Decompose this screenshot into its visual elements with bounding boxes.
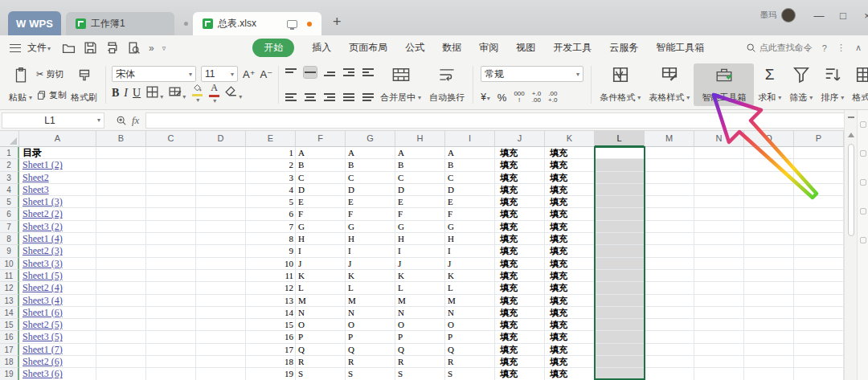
- cell-L2[interactable]: [595, 159, 645, 171]
- column-header-G[interactable]: G: [346, 131, 395, 147]
- cell-C17[interactable]: [146, 344, 196, 356]
- cut-button[interactable]: ✂剪切: [36, 68, 67, 80]
- cell-P2[interactable]: [794, 159, 844, 171]
- sidebar-icon[interactable]: [860, 179, 866, 186]
- open-folder-icon[interactable]: [62, 41, 76, 55]
- cell-J14[interactable]: 填充: [495, 307, 545, 319]
- cell-H10[interactable]: J: [395, 258, 445, 270]
- cell-D14[interactable]: [196, 307, 246, 319]
- cell-F1[interactable]: A: [296, 147, 346, 159]
- cell-J4[interactable]: 填充: [495, 184, 545, 196]
- cell-J18[interactable]: 填充: [495, 356, 545, 368]
- cell-K13[interactable]: 填充: [545, 295, 595, 307]
- zoom-formula-icon[interactable]: [116, 115, 127, 126]
- cell-B16[interactable]: [96, 331, 146, 343]
- cell-O13[interactable]: [744, 295, 794, 307]
- cell-G8[interactable]: H: [346, 233, 395, 245]
- row-header-10[interactable]: 10: [0, 258, 19, 270]
- cell-M15[interactable]: [645, 319, 694, 331]
- cell-B5[interactable]: [96, 196, 146, 208]
- cell-M2[interactable]: [645, 159, 694, 171]
- cell-P8[interactable]: [794, 233, 844, 245]
- cell-B14[interactable]: [96, 307, 146, 319]
- decrease-indent-button[interactable]: [342, 67, 355, 78]
- cell-G5[interactable]: E: [346, 196, 395, 208]
- cell-C16[interactable]: [146, 331, 196, 343]
- cell-J1[interactable]: 填充: [495, 147, 545, 159]
- row-header-16[interactable]: 16: [0, 331, 19, 343]
- cell-J17[interactable]: 填充: [495, 344, 545, 356]
- cell-E18[interactable]: 18: [246, 356, 296, 368]
- maximize-button[interactable]: □: [831, 10, 855, 22]
- cell-M8[interactable]: [645, 233, 694, 245]
- cell-I16[interactable]: P: [445, 331, 495, 343]
- cell-M6[interactable]: [645, 208, 694, 220]
- minimize-button[interactable]: —: [807, 10, 831, 22]
- cell-K16[interactable]: 填充: [545, 331, 595, 343]
- cell-C10[interactable]: [146, 258, 196, 270]
- cell-B8[interactable]: [96, 233, 146, 245]
- cell-B12[interactable]: [96, 282, 146, 294]
- cell-F12[interactable]: L: [296, 282, 346, 294]
- cell-O18[interactable]: [744, 356, 794, 368]
- cell-G18[interactable]: R: [346, 356, 395, 368]
- cell-K7[interactable]: 填充: [545, 221, 595, 233]
- cell-B2[interactable]: [96, 159, 146, 171]
- cell-M3[interactable]: [645, 172, 694, 184]
- grow-font-button[interactable]: A⁺: [243, 68, 256, 80]
- row-header-17[interactable]: 17: [0, 344, 19, 356]
- ribbon-tab-云服务[interactable]: 云服务: [609, 41, 638, 55]
- percent-format-button[interactable]: %: [497, 92, 507, 104]
- bold-button[interactable]: B: [112, 87, 119, 100]
- cell-H12[interactable]: L: [395, 282, 445, 294]
- cell-N9[interactable]: [694, 245, 744, 257]
- cell-O16[interactable]: [744, 331, 794, 343]
- cell-G9[interactable]: I: [346, 245, 395, 257]
- file-menu[interactable]: 文件: [27, 41, 51, 55]
- collapse-ribbon-icon[interactable]: ∧: [855, 43, 862, 53]
- cell-G1[interactable]: A: [346, 147, 395, 159]
- cell-B3[interactable]: [96, 172, 146, 184]
- column-header-E[interactable]: E: [246, 131, 296, 147]
- cell-F6[interactable]: F: [296, 208, 346, 220]
- merge-center-button[interactable]: 合并居中: [376, 63, 425, 106]
- ribbon-tab-智能工具箱[interactable]: 智能工具箱: [656, 41, 704, 55]
- cell-G17[interactable]: Q: [346, 344, 395, 356]
- cell-O14[interactable]: [744, 307, 794, 319]
- cell-L6[interactable]: [595, 208, 645, 220]
- cell-I13[interactable]: M: [445, 295, 495, 307]
- cell-M1[interactable]: [645, 147, 694, 159]
- ribbon-tab-审阅[interactable]: 审阅: [479, 41, 498, 55]
- cell-K9[interactable]: 填充: [545, 245, 595, 257]
- doc-tab-summary[interactable]: 总表.xlsx: [193, 12, 321, 35]
- cell-L3[interactable]: [595, 172, 645, 184]
- fx-icon[interactable]: fx: [132, 114, 139, 127]
- cell-N2[interactable]: [694, 159, 744, 171]
- ribbon-tab-开发工具[interactable]: 开发工具: [553, 41, 592, 55]
- cell-L18[interactable]: [595, 356, 645, 368]
- more-quick-access-icon[interactable]: »: [149, 43, 154, 54]
- cell-F18[interactable]: R: [296, 356, 346, 368]
- cell-I14[interactable]: N: [445, 307, 495, 319]
- column-header-A[interactable]: A: [19, 131, 96, 147]
- cell-N8[interactable]: [694, 233, 744, 245]
- cell-J12[interactable]: 填充: [495, 282, 545, 294]
- cell-L17[interactable]: [595, 344, 645, 356]
- cell-F15[interactable]: O: [296, 319, 346, 331]
- cell-I5[interactable]: E: [445, 196, 495, 208]
- cell-H3[interactable]: C: [395, 172, 445, 184]
- conditional-format-button[interactable]: 条件格式: [596, 63, 645, 106]
- cell-N17[interactable]: [694, 344, 744, 356]
- cell-P13[interactable]: [794, 295, 844, 307]
- increase-indent-button[interactable]: [362, 67, 375, 78]
- cell-K10[interactable]: 填充: [545, 258, 595, 270]
- column-header-H[interactable]: H: [395, 131, 445, 147]
- cell-N6[interactable]: [694, 208, 744, 220]
- cell-L5[interactable]: [595, 196, 645, 208]
- row-header-7[interactable]: 7: [0, 221, 19, 233]
- cell-I12[interactable]: L: [445, 282, 495, 294]
- cell-G16[interactable]: P: [346, 331, 395, 343]
- cell-K2[interactable]: 填充: [545, 159, 595, 171]
- cell-C12[interactable]: [146, 282, 196, 294]
- cell-L19[interactable]: [595, 368, 645, 380]
